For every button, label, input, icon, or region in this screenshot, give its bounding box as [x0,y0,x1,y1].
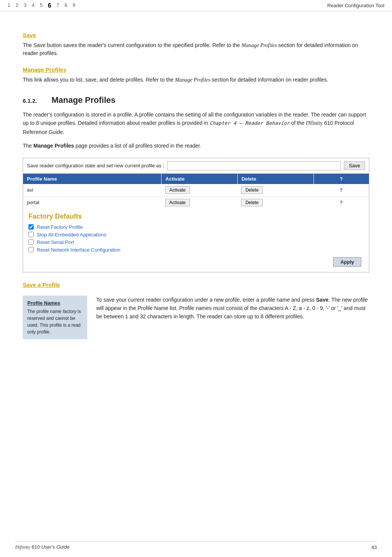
checkbox-row-reset-serial: Reset Serial Port [28,239,364,245]
profile-names-box-title: Profile Names [27,299,83,307]
factory-defaults-title: Factory Defaults [28,212,364,220]
checkbox-stop-embedded-apps[interactable] [28,232,34,237]
manage-profiles-link-heading: Manage Profiles [23,66,369,73]
nav-item-4[interactable]: 4 [32,2,34,9]
nav-item-7[interactable]: 7 [56,2,59,9]
col-header-delete: Delete [237,174,314,184]
manage-profiles-link-body: This link allows you to list, save, and … [23,76,369,84]
checkbox-row-stop-embedded: Stop All Embedded Applications [28,232,364,238]
checkbox-row-reset-factory: Reset Factory Profile [28,224,364,230]
nav-item-6-current[interactable]: 6 [48,2,51,9]
save-body: The Save button saves the reader's curre… [23,41,369,57]
help-icon-portal[interactable]: ? [314,196,369,209]
profile-names-box-body: The profile name factory is reserved and… [27,308,83,335]
save-profile-heading: Save a Profile [23,282,369,288]
page-header: 1 2 3 4 5 6 7 8 9 Reader Configuration T… [0,0,392,11]
delete-cell-avi: Delete [237,184,314,197]
sub612-body1: The reader's configuration is stored in … [23,110,369,136]
table-row: avi Activate Delete ? [23,184,369,197]
apply-button[interactable]: Apply [333,257,361,267]
save-bar: Save reader configuration state and set … [23,158,369,174]
apply-row: Apply [28,257,364,267]
main-content: Save The Save button saves the reader's … [0,11,392,362]
nav-item-9[interactable]: 9 [73,2,75,9]
header-nav: 1 2 3 4 5 6 7 8 9 [8,2,75,9]
manage-profiles-box: Save reader configuration state and set … [23,158,369,272]
profile-names-box: Profile Names The profile name factory i… [23,296,87,340]
profile-name-avi: avi [23,184,162,197]
checkbox-reset-network-interface[interactable] [28,247,34,252]
table-header-row: Profile Name Activate Delete ? [23,174,369,184]
sub-section-612-header: 6.1.2. Manage Profiles [23,95,369,105]
delete-button-avi[interactable]: Delete [241,186,263,194]
checkbox-label-reset-serial-port: Reset Serial Port [37,239,74,245]
delete-cell-portal: Delete [237,196,314,209]
activate-cell-avi: Activate [162,184,238,197]
sub-section-title: Manage Profiles [52,95,116,105]
nav-item-1[interactable]: 1 [8,2,10,9]
col-header-profile-name: Profile Name [23,174,162,184]
save-heading: Save [23,32,369,38]
save-bar-save-button[interactable]: Save [344,161,365,170]
nav-item-8[interactable]: 8 [64,2,67,9]
activate-button-portal[interactable]: Activate [165,199,190,206]
footer-page-number: 43 [372,544,377,550]
activate-button-avi[interactable]: Activate [165,186,190,194]
delete-button-portal[interactable]: Delete [241,199,263,206]
checkbox-label-stop-embedded-apps: Stop All Embedded Applications [37,232,107,238]
checkbox-row-reset-network: Reset Network Interface Configuration [28,247,364,253]
save-profile-body: To save your current reader configuratio… [96,296,369,340]
page-footer: INfinity INfinity 610 User's Guide610 Us… [15,541,377,550]
save-bar-label: Save reader configuration state and set … [27,163,164,168]
table-row: portal Activate Delete ? [23,196,369,209]
checkbox-label-reset-factory-profile: Reset Factory Profile [37,224,83,230]
sub-section-number: 6.1.2. [23,98,45,104]
sub612-body2: The Manage Profiles page provides a list… [23,142,369,150]
factory-defaults-section: Factory Defaults Reset Factory Profile S… [23,209,369,272]
nav-item-2[interactable]: 2 [16,2,18,9]
bottom-section: Profile Names The profile name factory i… [23,296,369,340]
checkbox-reset-factory-profile[interactable] [28,224,34,230]
col-header-activate: Activate [162,174,238,184]
nav-item-3[interactable]: 3 [24,2,26,9]
nav-item-5[interactable]: 5 [40,2,42,9]
save-bar-input[interactable] [167,161,341,170]
profile-name-portal: portal [23,196,162,209]
app-title: Reader Configuration Tool [327,3,384,8]
help-icon-avi[interactable]: ? [314,184,369,197]
checkbox-reset-serial-port[interactable] [28,239,34,245]
activate-cell-portal: Activate [162,196,238,209]
col-header-help: ? [314,174,369,184]
footer-left: INfinity INfinity 610 User's Guide610 Us… [15,544,69,550]
profile-table: Profile Name Activate Delete ? avi Activ… [23,174,369,209]
checkbox-label-reset-network-interface: Reset Network Interface Configuration [37,247,120,253]
